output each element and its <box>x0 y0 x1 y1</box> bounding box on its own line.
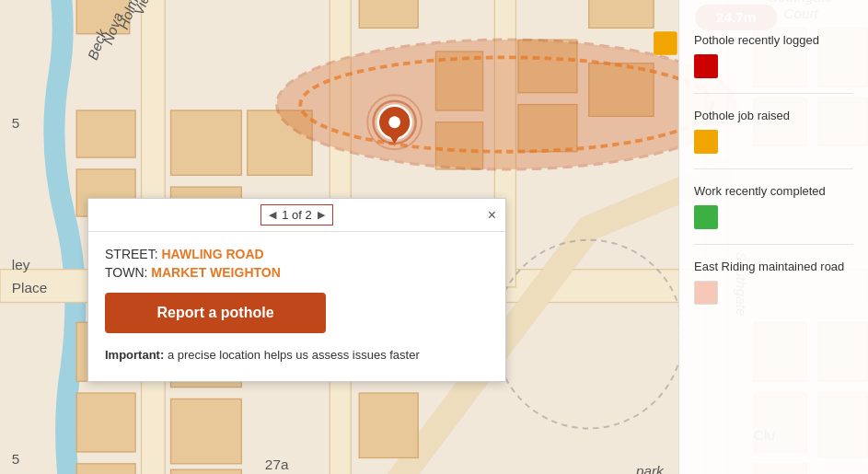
svg-text:5: 5 <box>12 451 20 467</box>
town-value: MARKET WEIGHTON <box>151 265 281 280</box>
legend-item-0: Pothole recently logged <box>694 18 853 94</box>
pagination-text: 1 of 2 <box>282 208 312 222</box>
svg-text:27a: 27a <box>265 457 289 472</box>
legend-panel: Pothole recently logged Pothole job rais… <box>678 0 868 474</box>
svg-text:Place: Place <box>12 280 47 295</box>
legend-item-3: East Riding maintained road <box>694 245 853 319</box>
svg-rect-32 <box>76 393 135 452</box>
svg-text:park: park <box>635 463 665 474</box>
popup-nav: ◀ 1 of 2 ▶ × <box>88 199 505 232</box>
svg-rect-33 <box>76 464 135 474</box>
legend-label-2: Work recently completed <box>694 184 853 198</box>
street-label-prefix: Street: <box>105 247 158 261</box>
report-pothole-button[interactable]: Report a pothole <box>105 293 326 333</box>
svg-rect-10 <box>359 0 418 28</box>
legend-label-3: East Riding maintained road <box>694 260 853 273</box>
legend-label-1: Pothole job raised <box>694 109 853 122</box>
svg-rect-47 <box>654 31 677 55</box>
street-line: Street: HAWLING ROAD <box>105 247 489 261</box>
svg-point-54 <box>388 116 400 128</box>
svg-rect-17 <box>76 110 135 157</box>
svg-rect-19 <box>171 110 242 175</box>
town-line: Town: MARKET WEIGHTON <box>105 265 489 280</box>
legend-swatch-0 <box>694 54 718 78</box>
popup-content: Street: HAWLING ROAD Town: MARKET WEIGHT… <box>88 232 505 381</box>
legend-label-0: Pothole recently logged <box>694 33 853 47</box>
important-detail: a precise location helps us assess issue… <box>164 348 419 362</box>
popup: ◀ 1 of 2 ▶ × Street: HAWLING ROAD Town: … <box>87 198 506 382</box>
legend-swatch-2 <box>694 205 718 229</box>
next-arrow[interactable]: ▶ <box>318 209 325 221</box>
map-container[interactable]: 24.7m Beck Nova Holmlea View 5 ley Place… <box>0 0 868 474</box>
town-label-prefix: Town: <box>105 265 147 280</box>
svg-text:5: 5 <box>12 115 20 131</box>
svg-rect-35 <box>171 399 242 463</box>
legend-swatch-3 <box>694 281 718 305</box>
svg-rect-14 <box>589 0 654 28</box>
prev-arrow[interactable]: ◀ <box>269 209 276 221</box>
svg-text:ley: ley <box>12 257 30 272</box>
legend-item-2: Work recently completed <box>694 169 853 245</box>
legend-swatch-1 <box>694 130 718 154</box>
important-prefix: Important: <box>105 348 164 362</box>
svg-rect-36 <box>171 469 242 474</box>
street-value: HAWLING ROAD <box>161 247 263 261</box>
close-button[interactable]: × <box>488 208 496 223</box>
important-text: Important: a precise location helps us a… <box>105 346 489 364</box>
legend-item-1: Pothole job raised <box>694 94 853 169</box>
svg-rect-38 <box>359 393 418 457</box>
pagination-box[interactable]: ◀ 1 of 2 ▶ <box>260 204 333 225</box>
